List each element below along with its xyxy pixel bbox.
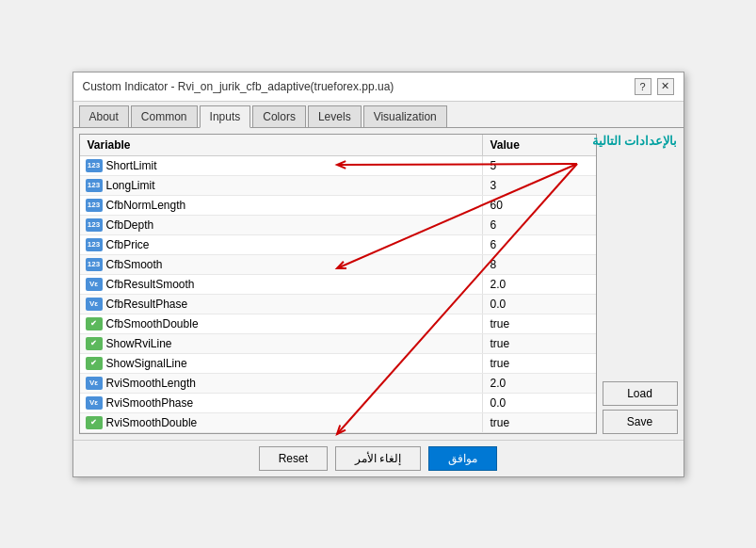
type-icon: Vε <box>86 396 103 410</box>
content-area: Variable Value 123 ShortLimit 5 123 Long… <box>73 128 684 440</box>
variable-name: CfbPrice <box>106 238 150 251</box>
dialog-title: Custom Indicator - Rvi_on_jurik_cfb_adap… <box>83 80 394 93</box>
table-row[interactable]: 123 CfbNormLength 60 <box>80 196 596 216</box>
type-icon: 123 <box>86 218 103 232</box>
type-icon: 123 <box>86 179 103 192</box>
type-icon: ✔ <box>86 416 103 429</box>
cell-variable: 123 CfbDepth <box>80 216 483 234</box>
tab-colors[interactable]: Colors <box>252 105 306 127</box>
close-button[interactable]: ✕ <box>657 78 674 95</box>
cell-variable: ✔ ShowRviLine <box>80 334 483 353</box>
table-row[interactable]: 123 CfbDepth 6 <box>80 216 596 235</box>
table-row[interactable]: 123 CfbPrice 6 <box>80 235 596 255</box>
cell-value[interactable]: true <box>483 314 596 333</box>
type-icon: 123 <box>86 199 103 212</box>
cell-value[interactable]: 3 <box>483 176 596 195</box>
cell-value[interactable]: 2.0 <box>483 374 596 393</box>
variable-name: ShortLimit <box>106 159 157 172</box>
cell-value[interactable]: 5 <box>483 156 596 175</box>
annotation-text: بالإعدادات التالية <box>592 134 678 148</box>
right-panel: بالإعدادات التالية Load Save <box>603 134 678 434</box>
cell-value[interactable]: true <box>483 413 596 432</box>
cell-value[interactable]: 6 <box>483 235 596 254</box>
save-button[interactable]: Save <box>603 410 678 434</box>
variable-name: CfbResultSmooth <box>106 278 195 291</box>
table-header: Variable Value <box>80 135 596 156</box>
content-wrapper: Variable Value 123 ShortLimit 5 123 Long… <box>73 128 684 440</box>
table-row[interactable]: 123 LongLimit 3 <box>80 176 596 196</box>
title-bar: Custom Indicator - Rvi_on_jurik_cfb_adap… <box>73 73 684 102</box>
cell-value[interactable]: 6 <box>483 216 596 234</box>
variable-name: RviSmoothLength <box>106 377 196 390</box>
title-controls: ? ✕ <box>635 78 674 95</box>
table-row[interactable]: Vε RviSmoothPhase 0.0 <box>80 394 596 413</box>
table-body: 123 ShortLimit 5 123 LongLimit 3 123 Cfb… <box>80 156 596 433</box>
cell-variable: Vε CfbResultSmooth <box>80 275 483 294</box>
ok-button[interactable]: موافق <box>428 446 497 471</box>
table-row[interactable]: 123 CfbSmooth 8 <box>80 255 596 275</box>
table-row[interactable]: ✔ CfbSmoothDouble true <box>80 314 596 334</box>
col-header-value: Value <box>483 135 596 155</box>
cell-variable: ✔ RviSmoothDouble <box>80 413 483 432</box>
variable-name: RviSmoothPhase <box>106 396 194 410</box>
help-button[interactable]: ? <box>635 78 651 95</box>
cell-variable: Vε RviSmoothPhase <box>80 394 483 412</box>
cell-value[interactable]: 0.0 <box>483 394 596 412</box>
type-icon: Vε <box>86 377 103 390</box>
cell-value[interactable]: 8 <box>483 255 596 274</box>
reset-button[interactable]: Reset <box>259 446 328 471</box>
cancel-button[interactable]: إلغاء الأمر <box>335 446 421 471</box>
variable-name: RviSmoothDouble <box>106 416 198 429</box>
dialog: Custom Indicator - Rvi_on_jurik_cfb_adap… <box>72 72 684 477</box>
cell-variable: 123 CfbSmooth <box>80 255 483 274</box>
cell-variable: 123 ShortLimit <box>80 156 483 175</box>
table-row[interactable]: ✔ ShowSignalLine true <box>80 354 596 374</box>
cell-variable: Vε RviSmoothLength <box>80 374 483 393</box>
variable-name: CfbSmooth <box>106 258 163 271</box>
type-icon: Vε <box>86 278 103 291</box>
table-row[interactable]: Vε CfbResultPhase 0.0 <box>80 295 596 314</box>
table-row[interactable]: ✔ ShowRviLine true <box>80 334 596 354</box>
cell-variable: ✔ CfbSmoothDouble <box>80 314 483 333</box>
col-header-variable: Variable <box>80 135 483 155</box>
tab-inputs[interactable]: Inputs <box>200 105 251 128</box>
footer: Reset إلغاء الأمر موافق <box>73 440 684 476</box>
variable-name: LongLimit <box>106 179 155 192</box>
type-icon: ✔ <box>86 317 103 330</box>
table-row[interactable]: Vε RviSmoothLength 2.0 <box>80 374 596 394</box>
cell-value[interactable]: 0.0 <box>483 295 596 314</box>
table-row[interactable]: ✔ RviSmoothDouble true <box>80 413 596 433</box>
cell-value[interactable]: true <box>483 334 596 353</box>
type-icon: 123 <box>86 238 103 251</box>
tab-bar: About Common Inputs Colors Levels Visual… <box>73 102 684 128</box>
cell-variable: 123 LongLimit <box>80 176 483 195</box>
cell-variable: 123 CfbPrice <box>80 235 483 254</box>
variable-name: ShowSignalLine <box>106 357 187 370</box>
type-icon: 123 <box>86 159 103 172</box>
tab-visualization[interactable]: Visualization <box>363 105 447 127</box>
variable-name: CfbNormLength <box>106 199 186 212</box>
cell-value[interactable]: true <box>483 354 596 373</box>
tab-levels[interactable]: Levels <box>308 105 362 127</box>
cell-variable: Vε CfbResultPhase <box>80 295 483 314</box>
load-button[interactable]: Load <box>603 381 678 406</box>
type-icon: Vε <box>86 298 103 311</box>
variable-name: CfbResultPhase <box>106 298 188 311</box>
variable-name: CfbSmoothDouble <box>106 317 199 330</box>
type-icon: 123 <box>86 258 103 271</box>
cell-value[interactable]: 60 <box>483 196 596 215</box>
cell-variable: 123 CfbNormLength <box>80 196 483 215</box>
cell-value[interactable]: 2.0 <box>483 275 596 294</box>
variable-name: ShowRviLine <box>106 337 172 350</box>
type-icon: ✔ <box>86 337 103 350</box>
type-icon: ✔ <box>86 357 103 370</box>
tab-about[interactable]: About <box>79 105 129 127</box>
variables-table: Variable Value 123 ShortLimit 5 123 Long… <box>79 134 597 434</box>
tab-common[interactable]: Common <box>131 105 198 127</box>
variable-name: CfbDepth <box>106 218 154 232</box>
cell-variable: ✔ ShowSignalLine <box>80 354 483 373</box>
table-row[interactable]: 123 ShortLimit 5 <box>80 156 596 176</box>
table-row[interactable]: Vε CfbResultSmooth 2.0 <box>80 275 596 295</box>
